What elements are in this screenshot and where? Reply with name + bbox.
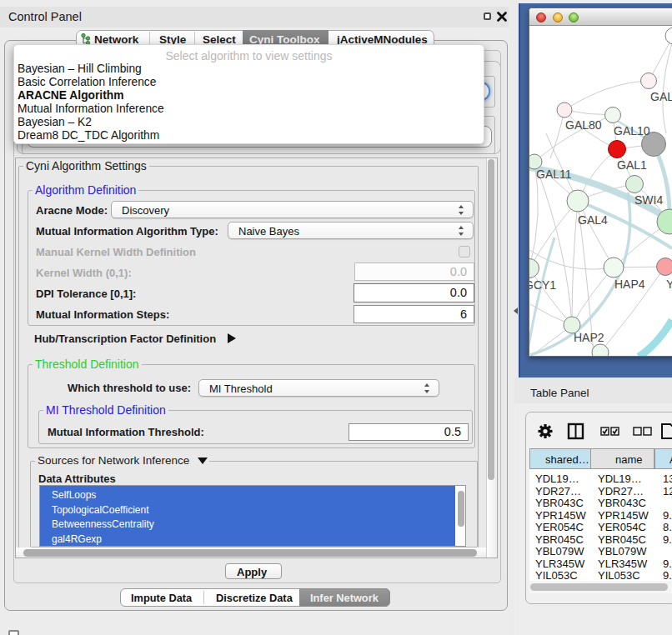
svg-text:GAL11: GAL11 <box>536 168 572 181</box>
svg-text:Y: Y <box>666 278 672 291</box>
svg-text:GAL: GAL <box>650 90 672 103</box>
svg-text:GAL80: GAL80 <box>565 118 602 132</box>
svg-text:HAP4: HAP4 <box>614 278 645 291</box>
svg-text:GCY1: GCY1 <box>529 278 556 292</box>
svg-text:SWI4: SWI4 <box>634 193 663 207</box>
svg-text:GAL10: GAL10 <box>614 124 650 138</box>
svg-text:GAL1: GAL1 <box>617 158 647 172</box>
svg-text:GAL4: GAL4 <box>578 213 608 227</box>
svg-text:HAP2: HAP2 <box>574 331 604 344</box>
